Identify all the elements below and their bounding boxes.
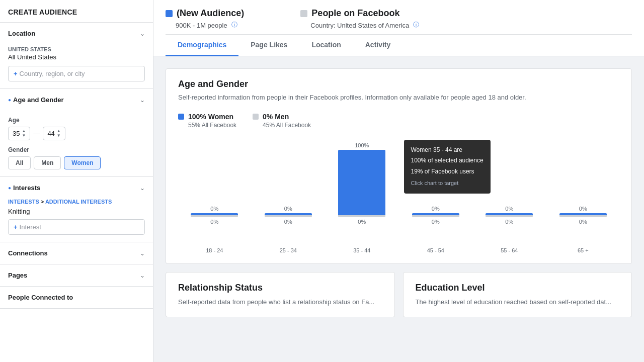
women-55-64-pct: 0% xyxy=(505,206,513,212)
interest-tag: Knitting xyxy=(8,208,145,215)
main-tabs: Demographics Page Likes Location Activit… xyxy=(166,34,632,56)
bar-group-35-44-women[interactable]: 100% xyxy=(326,135,398,215)
age-gender-card-title: Age and Gender xyxy=(178,79,619,89)
women-35-44-bar xyxy=(338,150,385,215)
women-45-54-pct: 0% xyxy=(432,206,440,212)
interest-plus-icon: + xyxy=(14,223,18,231)
create-audience-title: CREATE AUDIENCE xyxy=(8,8,77,16)
age-from-value: 35 xyxy=(13,130,20,137)
pages-header[interactable]: Pages ⌄ xyxy=(0,264,153,286)
pages-section: Pages ⌄ xyxy=(0,264,153,287)
bar-group-25-34-men[interactable]: 0% xyxy=(252,215,325,225)
age-gender-section: ● Age and Gender ⌄ Age 35 ▲ ▼ — xyxy=(0,89,153,177)
chart-legend: 100% Women 55% All Facebook 0% Men 45% A… xyxy=(178,113,619,129)
age-to-up-icon[interactable]: ▲ xyxy=(57,129,61,133)
bar-group-45-54-women[interactable]: 0% xyxy=(399,135,472,215)
women-legend-label: 100% Women xyxy=(188,113,233,121)
new-audience-block: (New Audience) 900K - 1M people ⓘ xyxy=(166,8,244,29)
location-input[interactable]: + Country, region, or city xyxy=(8,66,145,81)
main-content: (New Audience) 900K - 1M people ⓘ People… xyxy=(153,0,644,362)
men-bars-row: 0% 0% 0% 0% xyxy=(178,215,619,245)
plus-icon: + xyxy=(14,70,18,77)
bar-group-45-54-men[interactable]: 0% xyxy=(399,215,472,225)
women-18-24-pct: 0% xyxy=(210,206,218,212)
interests-body: INTERESTS > ADDITIONAL INTERESTS Knittin… xyxy=(0,199,153,242)
bar-group-65plus-women[interactable]: 0% xyxy=(547,135,620,215)
tab-demographics[interactable]: Demographics xyxy=(166,35,238,56)
men-legend: 0% Men 45% All Facebook xyxy=(253,113,311,129)
women-legend-color xyxy=(178,114,184,120)
audience-info-icon[interactable]: ⓘ xyxy=(231,21,237,29)
age-dash: — xyxy=(33,130,40,137)
men-65plus-pct: 0% xyxy=(579,219,587,225)
bar-group-18-24-men[interactable]: 0% xyxy=(178,215,251,225)
people-connected-label: People Connected to xyxy=(8,294,73,301)
facebook-info-icon[interactable]: ⓘ xyxy=(413,21,419,29)
women-bars-row: 0% 0% 100% xyxy=(178,135,619,215)
facebook-color-box xyxy=(300,10,307,17)
breadcrumb-additional-link[interactable]: ADDITIONAL INTERESTS xyxy=(45,199,112,205)
tab-activity[interactable]: Activity xyxy=(353,35,403,56)
bar-group-35-44-men[interactable]: 0% xyxy=(326,215,398,225)
connections-header[interactable]: Connections ⌄ xyxy=(0,242,153,264)
men-55-64-bar xyxy=(486,215,533,217)
age-from-arrows[interactable]: ▲ ▼ xyxy=(22,129,26,138)
age-to-arrows[interactable]: ▲ ▼ xyxy=(57,129,61,138)
men-18-24-bar xyxy=(191,215,238,217)
new-audience-name: (New Audience) xyxy=(177,8,244,19)
men-legend-label: 0% Men xyxy=(263,113,289,121)
gender-women-button[interactable]: Women xyxy=(64,156,101,169)
breadcrumb-interests-link[interactable]: INTERESTS xyxy=(8,199,39,205)
bar-group-25-34-women[interactable]: 0% xyxy=(252,135,325,215)
pages-chevron-icon: ⌄ xyxy=(140,272,145,279)
gender-all-button[interactable]: All xyxy=(8,156,31,169)
x-axis-labels: 18 - 24 25 - 34 35 - 44 45 - 54 55 - 64 … xyxy=(178,247,619,253)
facebook-country: Country: United States of America xyxy=(310,22,409,29)
age-gender-label: Age and Gender xyxy=(13,96,63,104)
age-field-label: Age xyxy=(8,117,145,124)
age-to-input[interactable]: 44 ▲ ▼ xyxy=(43,127,65,140)
interest-input[interactable]: + Interest xyxy=(8,219,145,235)
location-section-header[interactable]: Location ⌄ xyxy=(0,23,153,44)
age-to-down-icon[interactable]: ▼ xyxy=(57,134,61,138)
age-gender-chevron-icon: ⌄ xyxy=(140,97,145,104)
education-level-title: Education Level xyxy=(416,283,620,293)
bar-group-55-64-men[interactable]: 0% xyxy=(473,215,546,225)
bar-group-18-24-women[interactable]: 0% xyxy=(178,135,251,215)
interests-dot-icon: ● xyxy=(8,185,11,191)
men-25-34-pct: 0% xyxy=(284,219,292,225)
women-65plus-pct: 0% xyxy=(579,206,587,212)
interests-header[interactable]: ● Interests ⌄ xyxy=(0,177,153,199)
facebook-title-row: People on Facebook xyxy=(300,8,419,19)
people-connected-header[interactable]: People Connected to xyxy=(0,287,153,308)
bar-group-55-64-women[interactable]: 0% xyxy=(473,135,546,215)
x-label-35-44: 35 - 44 xyxy=(326,247,398,253)
relationship-status-desc: Self-reported data from people who list … xyxy=(178,297,382,307)
bar-group-65plus-men[interactable]: 0% xyxy=(547,215,620,225)
men-35-44-pct: 0% xyxy=(358,219,366,225)
x-label-65plus: 65 + xyxy=(547,247,620,253)
men-legend-color xyxy=(253,114,259,120)
audience-header: (New Audience) 900K - 1M people ⓘ People… xyxy=(153,0,644,56)
men-18-24-pct: 0% xyxy=(210,219,218,225)
men-65plus-bar xyxy=(559,215,607,217)
interests-breadcrumb: INTERESTS > ADDITIONAL INTERESTS xyxy=(8,199,145,205)
men-25-34-bar xyxy=(265,215,312,217)
age-from-up-icon[interactable]: ▲ xyxy=(22,129,26,133)
breadcrumb-separator: > xyxy=(41,199,45,205)
tab-location[interactable]: Location xyxy=(299,35,353,56)
age-gender-card: Age and Gender Self-reported information… xyxy=(166,68,632,264)
gender-field-label: Gender xyxy=(8,146,145,153)
men-45-54-bar xyxy=(412,215,459,217)
connections-section: Connections ⌄ xyxy=(0,242,153,264)
age-from-down-icon[interactable]: ▼ xyxy=(22,134,26,138)
education-level-desc: The highest level of education reached b… xyxy=(416,297,620,307)
bottom-cards-row: Relationship Status Self-reported data f… xyxy=(166,272,632,318)
age-from-input[interactable]: 35 ▲ ▼ xyxy=(8,127,30,140)
age-gender-header[interactable]: ● Age and Gender ⌄ xyxy=(0,89,153,111)
x-label-55-64: 55 - 64 xyxy=(473,247,546,253)
x-label-45-54: 45 - 54 xyxy=(399,247,472,253)
location-chevron-icon: ⌄ xyxy=(140,30,145,37)
tab-page-likes[interactable]: Page Likes xyxy=(238,35,299,56)
gender-men-button[interactable]: Men xyxy=(34,156,61,169)
